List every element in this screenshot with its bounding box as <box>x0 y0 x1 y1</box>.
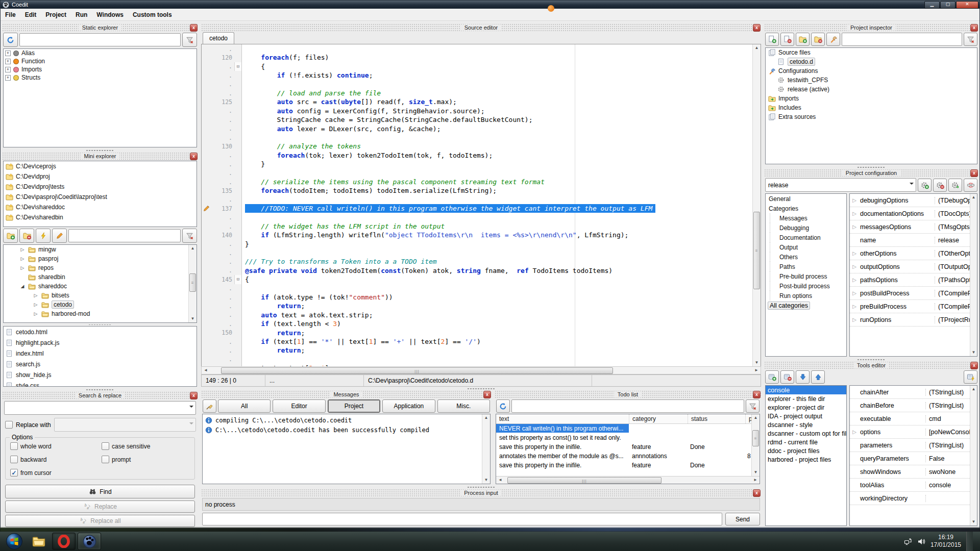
scroll-down-icon[interactable]: ▼ <box>752 469 760 476</box>
expand-icon[interactable]: ▷ <box>850 290 859 296</box>
gutter-line[interactable]: . <box>202 44 241 53</box>
messages-tab-all[interactable]: All <box>218 399 271 413</box>
gutter-line[interactable]: . <box>202 195 241 204</box>
code-line[interactable]: @safe private void token2TodoItem(const(… <box>242 266 752 275</box>
tool-grid-row[interactable]: workingDirectory <box>850 492 970 505</box>
scroll-down-icon[interactable]: ▼ <box>482 477 490 484</box>
add-configuration-button[interactable] <box>918 179 932 192</box>
replace-button[interactable]: ba Replace <box>5 500 195 513</box>
code-line[interactable]: return; <box>242 329 752 337</box>
close-panel-icon[interactable]: x <box>753 391 761 398</box>
remove-source-button[interactable] <box>780 33 794 46</box>
expand-icon[interactable]: ▷ <box>33 302 38 307</box>
replace-term-combo[interactable] <box>54 418 196 432</box>
gutter-line[interactable]: . <box>202 124 241 133</box>
expand-icon[interactable]: ▷ <box>850 277 859 283</box>
file-list-item[interactable]: search.js <box>4 359 197 369</box>
close-panel-icon[interactable]: x <box>970 24 978 32</box>
gutter-line[interactable]: . <box>202 160 241 168</box>
code-line[interactable]: // the widget has the LFM script in the … <box>242 222 752 231</box>
file-list-item[interactable]: show_hide.js <box>4 369 197 380</box>
messages-tab-project[interactable]: Project <box>328 399 380 413</box>
file-list-item[interactable]: cetodo.html <box>4 327 197 337</box>
move-tool-down-button[interactable] <box>796 370 810 384</box>
code-line[interactable]: /// Try to transforms a Token into a a T… <box>242 257 752 266</box>
code-line[interactable]: if (!f.exists) continue; <box>242 71 752 80</box>
close-button[interactable]: ✕ <box>956 1 978 9</box>
category-run-options[interactable]: Run options <box>770 291 846 300</box>
code-line[interactable]: foreach(todoItem; todoItems) todoItem.se… <box>242 186 752 195</box>
folder-tree-item[interactable]: ▷bitsets <box>4 291 188 300</box>
speaker-icon[interactable] <box>917 537 925 545</box>
scroll-up-icon[interactable]: ▲ <box>482 414 490 421</box>
code-line[interactable]: // load and parse the file <box>242 89 752 97</box>
tool-grid-row[interactable]: queryParametersFalse <box>850 452 970 465</box>
code-line[interactable]: text = text[2..$]; <box>242 364 752 366</box>
code-line[interactable]: return; <box>242 302 752 310</box>
code-line[interactable]: { <box>242 62 752 71</box>
expand-icon[interactable]: ▷ <box>850 304 859 309</box>
todo-list-header[interactable]: Todo list x <box>495 390 761 398</box>
tool-grid-row[interactable]: parameters(TStringList) <box>850 439 970 452</box>
symbol-tree-item[interactable]: +Imports <box>4 65 197 73</box>
clear-messages-button[interactable] <box>203 399 216 413</box>
gutter-line[interactable]: . <box>202 355 241 364</box>
taskbar-explorer-button[interactable] <box>28 533 50 549</box>
code-line[interactable] <box>242 133 752 142</box>
splitter[interactable] <box>201 387 761 390</box>
tool-item[interactable]: IDA - project output <box>766 412 846 420</box>
code-line[interactable] <box>242 168 752 177</box>
checkbox-unchecked[interactable] <box>102 442 109 450</box>
code-line[interactable]: auto config = LexerConfig(f, StringBehav… <box>242 107 752 115</box>
scroll-up-icon[interactable]: ▲ <box>752 414 760 421</box>
scroll-down-icon[interactable]: ▼ <box>189 315 197 322</box>
category-pre-build-process[interactable]: Pre-build process <box>770 271 846 281</box>
gutter-line[interactable]: . <box>202 89 241 97</box>
expand-plus-icon[interactable]: + <box>5 75 11 81</box>
project-tree-item[interactable]: Extra sources <box>766 112 977 121</box>
splitter[interactable] <box>201 485 761 489</box>
scrollbar-thumb[interactable]: ||| <box>507 477 662 484</box>
folder-tree-item[interactable]: sharedbin <box>4 272 188 282</box>
tool-grid-row[interactable]: toolAliasconsole <box>850 479 970 492</box>
gutter-line[interactable]: 140 <box>202 231 241 239</box>
gutter-line[interactable]: . <box>202 319 241 328</box>
scroll-left-icon[interactable]: ◄ <box>202 367 210 374</box>
send-button[interactable]: Send <box>725 513 760 525</box>
scroll-down-icon[interactable]: ▼ <box>753 359 761 366</box>
maximize-button[interactable]: ▢ <box>940 1 955 9</box>
column-header-text[interactable]: text <box>496 414 629 423</box>
editor-gutter[interactable]: .120.⊟...125....130....135.137..140....1… <box>202 44 242 366</box>
scrollbar-thumb[interactable]: ≡ <box>189 273 196 292</box>
folder-tree-scrollbar[interactable]: ▲ ≡ ▼ <box>188 245 197 322</box>
option-case-sensitive[interactable]: case sensitive <box>100 442 191 450</box>
expand-icon[interactable]: ▷ <box>33 311 38 316</box>
show-desktop-button[interactable] <box>966 532 973 551</box>
favorite-folder-item[interactable]: C:\Dev\pasproj\Coedit\lazproj\test <box>4 192 197 202</box>
scroll-up-icon[interactable]: ▲ <box>753 44 761 52</box>
code-line[interactable]: if (atok.type != (tok!"comment")) <box>242 293 752 302</box>
clear-filter-button[interactable] <box>746 399 760 413</box>
messages-tab-application[interactable]: Application <box>382 399 435 413</box>
scroll-down-icon[interactable]: ▼ <box>970 349 977 356</box>
tools-editor-header[interactable]: Tools editor x <box>764 361 978 369</box>
configuration-select[interactable]: release <box>765 178 916 192</box>
close-panel-icon[interactable]: x <box>190 153 198 160</box>
menu-run[interactable]: Run <box>71 10 92 20</box>
category-categories[interactable]: Categories <box>766 204 846 213</box>
tool-item[interactable]: console <box>766 386 846 394</box>
expand-plus-icon[interactable]: + <box>5 51 11 56</box>
tool-grid-row[interactable]: chainBefore(TStringList) <box>850 399 970 412</box>
project-tree-item[interactable]: Source files <box>766 48 977 57</box>
gutter-line[interactable]: . <box>202 240 241 248</box>
project-tree-item[interactable]: Includes <box>766 103 977 112</box>
gutter-line[interactable]: . <box>202 257 241 266</box>
code-line[interactable]: foreach(tok; lexer) token2TodoItem(tok, … <box>242 151 752 160</box>
remove-configuration-button[interactable] <box>933 179 947 192</box>
sync-configuration-button[interactable] <box>964 179 977 192</box>
tool-grid-row[interactable]: showWindowsswoNone <box>850 465 970 479</box>
favorite-folder-item[interactable]: C:\Dev\dproj\tests <box>4 182 197 192</box>
gutter-line[interactable]: 120 <box>202 53 241 62</box>
editor-vscrollbar[interactable]: ▲ ≡ ▼ <box>752 44 761 366</box>
close-panel-icon[interactable]: x <box>970 169 978 177</box>
